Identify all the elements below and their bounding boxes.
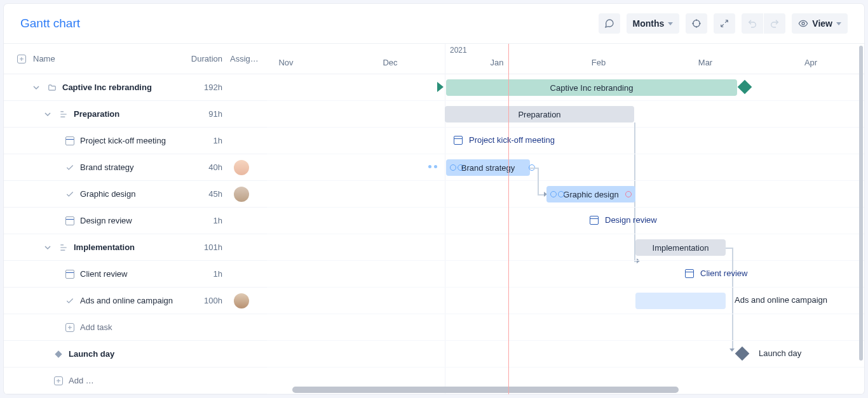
avatar[interactable] — [234, 160, 249, 175]
diamond-icon — [53, 349, 64, 359]
month-label: Dec — [383, 58, 397, 67]
vertical-scrollbar[interactable] — [859, 46, 863, 388]
timeline-body: Captive Inc rebranding Preparation Proje… — [267, 74, 864, 394]
col-assignee-header[interactable]: Assig… — [222, 54, 261, 63]
calendar-icon — [454, 136, 463, 145]
task-name: Captive Inc rebranding — [62, 83, 152, 92]
add-task-row[interactable]: Add task — [4, 314, 267, 341]
today-marker — [508, 44, 509, 394]
chevron-down-icon — [836, 22, 841, 25]
task-duration: 100h — [177, 296, 222, 305]
undo-button[interactable] — [742, 13, 763, 34]
group-bar[interactable]: Preparation — [445, 106, 634, 123]
month-label: Jan — [491, 58, 504, 67]
task-name: Ads and online campaign — [80, 296, 173, 305]
timescale-select[interactable]: Months — [627, 13, 680, 34]
calendar-icon — [685, 269, 694, 278]
year-label: 2021 — [450, 46, 467, 55]
plus-icon — [65, 322, 75, 333]
comments-button[interactable] — [599, 13, 620, 34]
month-label: Nov — [278, 58, 293, 67]
task-name: Graphic design — [80, 189, 135, 199]
collapse-icon — [719, 18, 729, 29]
horizontal-scrollbar[interactable] — [292, 387, 860, 393]
month-label: Feb — [592, 58, 606, 67]
table-row[interactable]: Brand strategy 40h — [4, 154, 267, 181]
table-row[interactable]: Client review 1h — [4, 261, 267, 288]
chevron-down-icon[interactable] — [42, 111, 53, 117]
redo-icon — [770, 18, 780, 29]
calendar-icon — [65, 216, 75, 226]
table-row[interactable]: Design review 1h — [4, 208, 267, 234]
table-header: Name Duration Assig… — [4, 44, 267, 74]
task-duration: 101h — [177, 242, 222, 252]
task-duration: 1h — [177, 216, 222, 225]
milestone-label: Launch day — [759, 348, 801, 358]
task-duration: 1h — [177, 136, 222, 145]
summary-bar[interactable]: Captive Inc rebranding — [446, 79, 737, 96]
predecessor-dots — [428, 165, 437, 168]
redo-button[interactable] — [764, 13, 785, 34]
task-duration: 192h — [177, 83, 222, 92]
check-icon — [65, 189, 75, 199]
table-row[interactable]: Preparation 91h — [4, 101, 267, 128]
month-label: Apr — [804, 58, 817, 67]
task-name: Project kick-off meeting — [80, 136, 166, 145]
task-duration: 40h — [177, 163, 222, 172]
add-column-icon[interactable] — [17, 54, 27, 64]
task-name: Implementation — [74, 242, 135, 252]
add-label: Add … — [69, 376, 94, 385]
scroll-to-today-button[interactable] — [686, 13, 707, 34]
plus-icon — [53, 376, 64, 386]
calendar-icon — [65, 269, 75, 279]
avatar[interactable] — [234, 187, 249, 202]
start-milestone-icon — [437, 82, 444, 92]
table-row[interactable]: Project kick-off meeting 1h — [4, 128, 267, 154]
task-bar[interactable]: Graphic design — [546, 186, 635, 202]
table-row[interactable]: Launch day — [4, 341, 267, 368]
task-name: Brand strategy — [80, 163, 134, 172]
task-duration: 45h — [177, 189, 222, 199]
chevron-down-icon — [668, 22, 673, 25]
calendar-icon — [590, 216, 599, 225]
table-row[interactable]: Ads and online campaign 100h — [4, 288, 267, 314]
check-icon — [65, 296, 75, 306]
subtask-icon — [58, 109, 69, 119]
col-duration-header[interactable]: Duration — [177, 54, 222, 63]
page-title[interactable]: Gantt chart — [20, 17, 80, 30]
col-name-header[interactable]: Name — [33, 54, 177, 63]
toolbar: Months — [599, 13, 848, 34]
topbar: Gantt chart Months — [4, 4, 864, 43]
add-task-label: Add task — [80, 322, 112, 332]
gantt-timeline[interactable]: 2021 Nov Dec Jan Feb Mar Apr Captive Inc… — [267, 43, 864, 394]
task-bar-label: Ads and online campaign — [735, 295, 827, 305]
subtask-icon — [58, 242, 69, 253]
milestone-diamond-icon[interactable] — [735, 347, 750, 361]
table-row[interactable]: Captive Inc rebranding 192h — [4, 74, 267, 101]
task-duration: 91h — [177, 109, 222, 119]
check-icon — [65, 163, 75, 173]
today-target-icon — [691, 18, 702, 29]
milestone-task[interactable]: Project kick-off meeting — [454, 135, 555, 145]
task-duration: 1h — [177, 269, 222, 279]
timeline-header: 2021 Nov Dec Jan Feb Mar Apr — [267, 44, 864, 74]
chevron-down-icon[interactable] — [31, 84, 42, 91]
add-subproject-row[interactable]: Add … — [4, 368, 267, 394]
collapse-button[interactable] — [714, 13, 735, 34]
eye-icon — [798, 18, 808, 29]
svg-point-1 — [802, 22, 804, 25]
folder-icon — [47, 83, 57, 93]
chevron-down-icon[interactable] — [42, 244, 53, 251]
task-name: Launch day — [69, 349, 114, 359]
task-name: Design review — [80, 216, 132, 225]
table-row[interactable]: Graphic design 45h — [4, 181, 267, 208]
group-bar[interactable]: Implementation — [635, 239, 726, 256]
task-bar[interactable]: Brand strategy — [446, 159, 530, 176]
milestone-task[interactable]: Design review — [590, 215, 657, 225]
task-bar[interactable] — [635, 293, 726, 309]
avatar[interactable] — [234, 293, 249, 308]
view-button[interactable]: View — [792, 13, 848, 34]
milestone-task[interactable]: Client review — [685, 269, 747, 278]
calendar-icon — [65, 136, 75, 146]
table-row[interactable]: Implementation 101h — [4, 234, 267, 261]
